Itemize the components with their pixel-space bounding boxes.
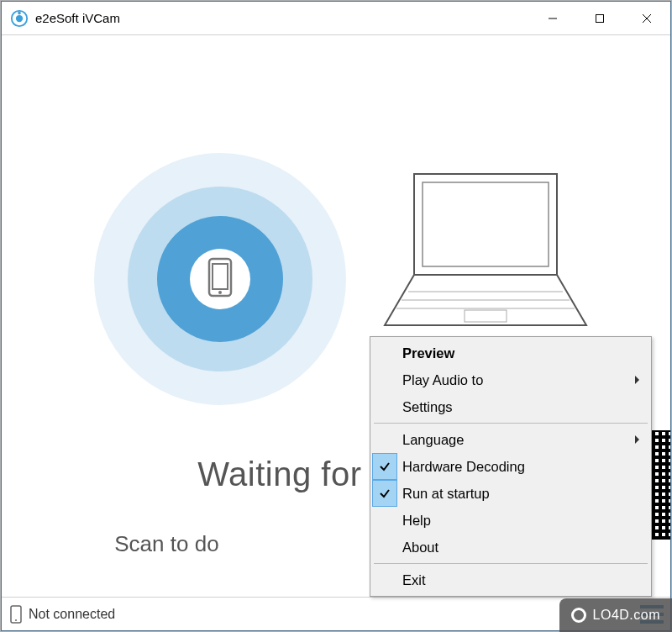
check-icon [372,340,397,366]
window-controls [529,2,670,34]
window-title: e2eSoft iVCam [35,11,529,25]
phone-outline-icon [8,605,24,624]
svg-point-16 [15,619,17,621]
close-button[interactable] [623,2,670,34]
menu-item-hardware-decoding[interactable]: Hardware Decoding [372,453,649,480]
check-icon [372,507,397,534]
submenu-arrow-icon [635,435,639,444]
check-icon [372,393,397,420]
menu-item-label: Play Audio to [402,372,483,388]
check-icon [372,426,397,453]
menu-item-language[interactable]: Language [372,426,649,453]
menu-item-preview[interactable]: Preview [372,340,649,366]
svg-point-9 [218,291,222,294]
menu-item-label: Help [402,513,431,529]
svg-point-2 [18,11,21,14]
menu-item-label: Exit [402,572,426,588]
svg-rect-14 [465,310,507,322]
menu-item-about[interactable]: About [372,534,649,561]
menu-item-label: Run at startup [402,486,490,502]
check-icon [372,453,397,480]
menu-item-run-at-startup[interactable]: Run at startup [372,480,649,507]
check-icon [372,366,397,393]
context-menu: PreviewPlay Audio toSettingsLanguageHard… [370,336,652,597]
laptop-graphic [376,166,595,334]
menu-separator [374,423,648,424]
minimize-button[interactable] [529,2,576,34]
phone-icon [206,257,234,301]
svg-rect-4 [596,14,604,22]
menu-item-label: Settings [402,399,453,415]
check-icon [372,566,397,593]
titlebar: e2eSoft iVCam [2,2,670,35]
menu-item-help[interactable]: Help [372,507,649,534]
watermark-text: LO4D.com [593,608,660,623]
radar-pulse-graphic [94,153,346,405]
svg-point-1 [16,14,23,21]
submenu-arrow-icon [635,376,639,384]
menu-item-label: Preview [402,345,454,361]
menu-item-label: Hardware Decoding [402,459,525,475]
svg-rect-8 [213,264,228,289]
app-icon [10,9,29,28]
menu-separator [374,563,648,564]
check-icon [372,480,397,507]
menu-item-label: About [402,540,438,556]
svg-rect-10 [423,182,549,266]
maximize-button[interactable] [576,2,623,34]
status-text: Not connected [29,607,115,622]
menu-item-settings[interactable]: Settings [372,393,649,420]
menu-item-label: Language [402,432,464,448]
watermark: LO4D.com [559,598,672,632]
watermark-icon [571,608,586,623]
menu-item-play-audio-to[interactable]: Play Audio to [372,366,649,393]
menu-item-exit[interactable]: Exit [372,566,649,593]
check-icon [372,534,397,561]
